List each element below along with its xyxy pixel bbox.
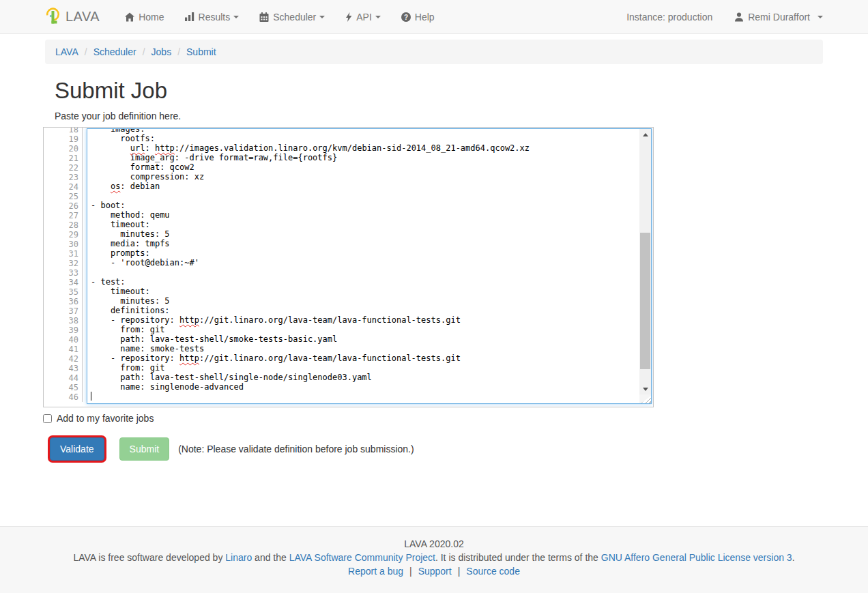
text-cursor — [91, 392, 91, 401]
line-number: 40 — [44, 335, 83, 345]
favorite-label: Add to my favorite jobs — [57, 413, 154, 424]
code-line: rootfs: — [91, 134, 639, 143]
breadcrumb: LAVA Scheduler Jobs Submit — [45, 40, 823, 64]
code-line: compression: xz — [91, 172, 639, 182]
line-number: 30 — [44, 240, 83, 249]
favorite-checkbox-row: Add to my favorite jobs — [43, 413, 823, 424]
line-number: 36 — [44, 297, 83, 306]
breadcrumb-lava[interactable]: LAVA — [55, 46, 78, 57]
footer-version: LAVA 2020.02 — [0, 537, 868, 551]
home-icon — [125, 12, 134, 22]
line-number: 18 — [44, 128, 83, 134]
line-number: 28 — [44, 220, 83, 230]
nav-item-api[interactable]: API — [335, 0, 391, 33]
code-line: minutes: 5 — [91, 296, 639, 306]
line-number: 41 — [44, 345, 83, 354]
bolt-icon — [345, 12, 352, 22]
line-number: 45 — [44, 383, 83, 392]
line-number: 35 — [44, 287, 83, 297]
resize-grip-icon[interactable] — [639, 394, 651, 403]
line-number: 44 — [44, 373, 83, 383]
scroll-down-button[interactable] — [639, 384, 651, 394]
line-number: 42 — [44, 354, 83, 364]
brand-label: LAVA — [66, 9, 100, 25]
footer-links: Report a bug|Support|Source code — [0, 564, 868, 578]
line-number: 19 — [44, 134, 83, 144]
code-line: definitions: — [91, 306, 639, 315]
line-number: 39 — [44, 326, 83, 335]
line-number: 26 — [44, 201, 83, 211]
code-line: minutes: 5 — [91, 229, 639, 239]
nav-item-help[interactable]: ? Help — [391, 0, 445, 33]
code-line: image_arg: -drive format=raw,file={rootf… — [91, 153, 639, 162]
job-definition-text: images: rootfs: url: http://images.valid… — [87, 128, 639, 401]
line-number: 25 — [44, 192, 83, 201]
code-line: from: git — [91, 363, 639, 373]
lava-logo-icon — [45, 7, 61, 27]
line-number: 21 — [44, 154, 83, 163]
line-number: 34 — [44, 278, 83, 287]
breadcrumb-scheduler[interactable]: Scheduler — [93, 46, 136, 57]
breadcrumb-submit[interactable]: Submit — [186, 46, 216, 57]
job-definition-editor: 1819202122232425262728293031323334353637… — [43, 127, 654, 407]
line-number: 31 — [44, 249, 83, 259]
instance-label: Instance: production — [626, 12, 712, 23]
vertical-scrollbar[interactable] — [639, 129, 651, 403]
code-line: media: tmpfs — [91, 239, 639, 248]
nav-item-label: Results — [199, 12, 231, 23]
scrollbar-thumb[interactable] — [640, 233, 650, 369]
scroll-up-button[interactable] — [639, 129, 651, 140]
form-actions: Validate Submit (Note: Please validate d… — [50, 437, 823, 461]
code-line: - test: — [91, 277, 639, 287]
code-line: images: — [91, 128, 639, 134]
source-code-link[interactable]: Source code — [466, 566, 520, 577]
scrollbar-track[interactable] — [639, 140, 651, 384]
question-circle-icon: ? — [401, 12, 411, 22]
code-line: format: qcow2 — [91, 162, 639, 172]
scroll-down-arrow-icon — [643, 388, 648, 391]
report-bug-link[interactable]: Report a bug — [348, 566, 403, 577]
user-menu[interactable]: Remi Duraffort — [734, 12, 823, 23]
footer-text: . It is distributed under the terms of t… — [435, 552, 601, 563]
code-line: method: qemu — [91, 210, 639, 220]
code-line: from: git — [91, 325, 639, 334]
nav-item-scheduler[interactable]: Scheduler — [249, 0, 335, 33]
code-line: - repository: http://git.linaro.org/lava… — [91, 315, 639, 325]
support-link[interactable]: Support — [418, 566, 452, 577]
line-number: 32 — [44, 259, 83, 268]
nav-links: Home Results — [115, 0, 444, 33]
scroll-up-arrow-icon — [643, 133, 648, 136]
nav-item-label: Home — [139, 12, 164, 23]
navbar: LAVA Home Results — [0, 0, 868, 34]
calendar-icon — [259, 12, 269, 22]
user-icon — [734, 12, 744, 22]
code-line: url: http://images.validation.linaro.org… — [91, 143, 639, 153]
nav-item-label: API — [356, 12, 372, 23]
validate-button[interactable]: Validate — [50, 437, 104, 461]
favorite-checkbox[interactable] — [43, 414, 52, 423]
nav-item-home[interactable]: Home — [115, 0, 174, 33]
chevron-down-icon — [233, 16, 239, 18]
breadcrumb-jobs[interactable]: Jobs — [151, 46, 172, 57]
nav-item-results[interactable]: Results — [175, 0, 250, 33]
code-line: path: lava-test-shell/smoke-tests-basic.… — [91, 334, 639, 344]
license-link[interactable]: GNU Affero General Public License versio… — [601, 552, 792, 563]
line-number: 43 — [44, 364, 83, 373]
line-numbers-gutter: 1819202122232425262728293031323334353637… — [44, 128, 87, 407]
submit-button[interactable]: Submit — [119, 437, 170, 461]
line-number: 29 — [44, 230, 83, 240]
footer: LAVA 2020.02 LAVA is free software devel… — [0, 526, 868, 593]
code-line: timeout: — [91, 287, 639, 296]
lava-community-link[interactable]: LAVA Software Community Project — [289, 552, 435, 563]
linaro-link[interactable]: Linaro — [225, 552, 252, 563]
page-title: Submit Job — [55, 78, 823, 104]
footer-text: LAVA is free software developed by — [73, 552, 225, 563]
validation-note: (Note: Please validate definition before… — [178, 444, 414, 454]
nav-item-label: Help — [415, 12, 435, 23]
code-line: name: singlenode-advanced — [91, 382, 639, 392]
line-number: 27 — [44, 211, 83, 220]
brand[interactable]: LAVA — [45, 7, 100, 27]
job-definition-textarea[interactable]: images: rootfs: url: http://images.valid… — [87, 128, 652, 404]
chevron-down-icon — [818, 16, 823, 18]
svg-text:?: ? — [404, 13, 408, 20]
